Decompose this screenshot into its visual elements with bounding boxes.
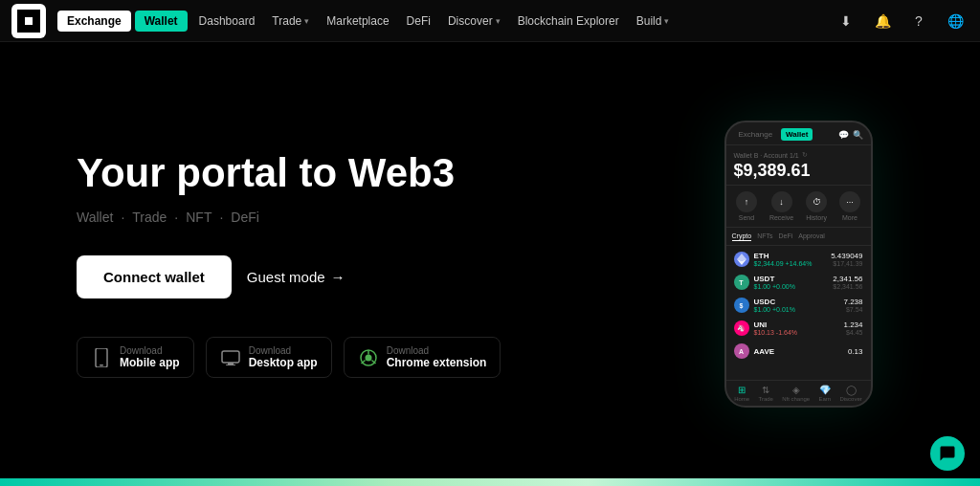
eth-amount: 5.439049 $17,41.39 xyxy=(831,252,862,267)
subtitle-trade: Trade xyxy=(132,210,167,225)
download-chrome-text: Download Chrome extension xyxy=(387,345,487,369)
phone-actions: ↑ Send ↓ Receive ⏱ History ··· More xyxy=(726,186,871,228)
svg-rect-2 xyxy=(25,10,33,17)
main-content: Your portal to Web3 Wallet · Trade · NFT… xyxy=(0,42,980,486)
phone-tab-wallet[interactable]: Wallet xyxy=(781,128,813,141)
phone-bottom-nav: ⊞ Home ⇅ Trade ◈ Nft change 💎 Earn ◯ xyxy=(726,380,871,406)
mobile-icon xyxy=(91,347,112,368)
phone-nav-home[interactable]: ⊞ Home xyxy=(734,385,749,402)
aave-info: AAVE xyxy=(754,347,843,356)
download-desktop-text: Download Desktop app xyxy=(249,345,318,369)
connect-wallet-button[interactable]: Connect wallet xyxy=(77,255,232,298)
phone-nav-discover[interactable]: ◯ Discover xyxy=(839,385,861,402)
svg-rect-1 xyxy=(17,10,25,17)
phone-tab-group: Exchange Wallet xyxy=(734,128,813,141)
dot-2: · xyxy=(174,210,178,225)
phone-section-tabs: Crypto NFTs DeFi Approval xyxy=(726,228,871,246)
globe-icon[interactable]: 🌐 xyxy=(942,8,969,34)
hero-title: Your portal to Web3 xyxy=(77,150,616,196)
nav-item-dashboard[interactable]: Dashboard xyxy=(191,11,263,32)
phone-tab-approval[interactable]: Approval xyxy=(798,232,825,241)
history-icon: ⏱ xyxy=(806,191,827,212)
phone-nav-earn[interactable]: 💎 Earn xyxy=(818,385,831,402)
download-chrome-button[interactable]: Download Chrome extension xyxy=(344,337,501,378)
svg-rect-12 xyxy=(228,363,234,364)
svg-rect-6 xyxy=(17,25,25,33)
usdc-amount: 7.238 $7.54 xyxy=(843,298,862,313)
dot-1: · xyxy=(121,210,124,225)
usdt-amount: 2,341.56 $2,341.56 xyxy=(833,275,862,290)
phone-tab-defi[interactable]: DeFi xyxy=(778,232,792,241)
phone-wallet-info: Wallet B · Account 1/1 ↻ $9,389.61 xyxy=(726,145,871,186)
svg-rect-7 xyxy=(25,25,33,33)
phone-chat-icon[interactable]: 💬 xyxy=(838,130,849,140)
aave-icon: A xyxy=(734,343,749,359)
phone-action-history[interactable]: ⏱ History xyxy=(806,191,827,221)
asset-row-usdt[interactable]: T USDT $1.00 +0.00% 2,341.56 $2,341.56 xyxy=(726,271,871,294)
earn-icon: 💎 xyxy=(819,385,831,395)
uni-amount: 1.234 $4.45 xyxy=(843,320,862,336)
nav-items: Dashboard Trade▾ Marketplace DeFi Discov… xyxy=(191,11,829,32)
download-mobile-text: Download Mobile app xyxy=(120,345,180,369)
phone-search-icon[interactable]: 🔍 xyxy=(853,130,863,140)
nft-icon: ◈ xyxy=(792,385,800,395)
phone-nav-trade[interactable]: ⇅ Trade xyxy=(758,385,772,402)
hero-section: Your portal to Web3 Wallet · Trade · NFT… xyxy=(0,42,616,486)
download-icon[interactable]: ⬇ xyxy=(833,8,859,34)
uni-icon: 🦄 xyxy=(734,320,749,336)
phone-tab-crypto[interactable]: Crypto xyxy=(732,232,752,241)
nav-item-defi[interactable]: DeFi xyxy=(399,11,438,32)
bell-icon[interactable]: 🔔 xyxy=(869,8,896,34)
navbar: Exchange Wallet Dashboard Trade▾ Marketp… xyxy=(0,0,980,42)
phone-action-receive[interactable]: ↓ Receive xyxy=(769,191,793,221)
svg-rect-5 xyxy=(33,17,40,25)
svg-rect-0 xyxy=(11,4,46,38)
trade-icon: ⇅ xyxy=(762,385,769,395)
phone-nav-nft[interactable]: ◈ Nft change xyxy=(782,385,810,402)
subtitle-nft: NFT xyxy=(186,210,212,225)
svg-rect-3 xyxy=(33,10,40,17)
asset-row-uni[interactable]: 🦄 UNI $10.13 -1.64% 1.234 $4.45 xyxy=(726,317,871,340)
asset-row-eth[interactable]: ETH $2,344.09 +14.64% 5.439049 $17,41.39 xyxy=(726,248,871,271)
usdc-info: USDC $1.00 +0.01% xyxy=(754,298,839,313)
receive-icon: ↓ xyxy=(771,191,792,212)
phone-action-more[interactable]: ··· More xyxy=(839,191,860,221)
phone-action-send[interactable]: ↑ Send xyxy=(736,191,757,221)
svg-rect-13 xyxy=(226,364,235,365)
svg-rect-4 xyxy=(17,17,25,25)
bottom-gradient-strip xyxy=(0,478,980,486)
home-icon: ⊞ xyxy=(738,385,746,395)
phone-balance: $9,389.61 xyxy=(734,161,863,181)
phone-tab-exchange[interactable]: Exchange xyxy=(734,128,778,141)
phone-mockup: Exchange Wallet 💬 🔍 Wallet B · Account 1… xyxy=(724,121,873,408)
nav-item-explorer[interactable]: Blockchain Explorer xyxy=(510,11,627,32)
asset-row-aave[interactable]: A AAVE 0.13 xyxy=(726,340,871,363)
desktop-icon xyxy=(220,347,241,368)
download-mobile-button[interactable]: Download Mobile app xyxy=(77,337,194,378)
nav-item-marketplace[interactable]: Marketplace xyxy=(319,11,396,32)
phone-wallet-refresh[interactable]: ↻ xyxy=(802,151,808,159)
nav-tab-wallet[interactable]: Wallet xyxy=(135,11,188,32)
nav-item-build[interactable]: Build▾ xyxy=(629,11,678,32)
logo[interactable] xyxy=(11,4,46,38)
help-icon[interactable]: ? xyxy=(905,8,932,34)
phone-tab-nfts[interactable]: NFTs xyxy=(757,232,772,241)
usdc-icon: $ xyxy=(734,298,749,313)
asset-row-usdc[interactable]: $ USDC $1.00 +0.01% 7.238 $7.54 xyxy=(726,294,871,317)
chrome-icon xyxy=(358,347,379,368)
aave-amount: 0.13 xyxy=(848,347,863,356)
svg-rect-11 xyxy=(222,351,239,363)
nav-item-trade[interactable]: Trade▾ xyxy=(264,11,317,32)
download-row: Download Mobile app Download Desktop app xyxy=(77,337,616,378)
chat-support-button[interactable] xyxy=(930,436,965,471)
phone-top-icons: 💬 🔍 xyxy=(838,130,863,140)
svg-rect-8 xyxy=(33,25,40,33)
nav-item-discover[interactable]: Discover▾ xyxy=(440,11,508,32)
nav-tab-exchange[interactable]: Exchange xyxy=(57,11,131,32)
cta-row: Connect wallet Guest mode → xyxy=(77,255,616,298)
guest-mode-button[interactable]: Guest mode → xyxy=(247,269,345,285)
eth-icon xyxy=(734,252,749,267)
download-desktop-button[interactable]: Download Desktop app xyxy=(206,337,332,378)
hero-subtitle: Wallet · Trade · NFT · DeFi xyxy=(77,210,616,225)
dot-3: · xyxy=(219,210,223,225)
